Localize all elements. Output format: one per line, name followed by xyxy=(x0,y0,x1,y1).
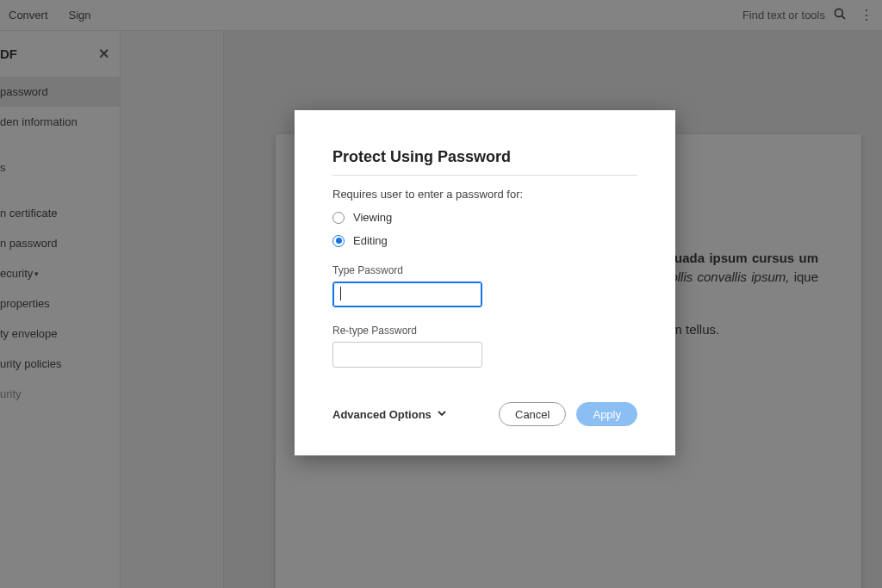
chevron-down-icon xyxy=(437,408,447,421)
radio-editing[interactable]: Editing xyxy=(332,234,637,247)
type-password-input[interactable] xyxy=(332,282,482,307)
modal-subtitle: Requires user to enter a password for: xyxy=(332,188,637,201)
app-root: Convert Sign Find text or tools ⋮ DF ✕ p… xyxy=(0,0,882,588)
text-caret xyxy=(340,287,341,300)
radio-icon xyxy=(332,235,345,247)
type-password-label: Type Password xyxy=(332,264,637,276)
modal-title: Protect Using Password xyxy=(332,148,637,176)
retype-password-input[interactable] xyxy=(332,342,482,368)
radio-icon xyxy=(332,212,345,224)
radio-viewing[interactable]: Viewing xyxy=(332,211,637,224)
radio-editing-label: Editing xyxy=(353,234,388,247)
cancel-button[interactable]: Cancel xyxy=(499,402,566,426)
radio-viewing-label: Viewing xyxy=(353,211,392,224)
retype-password-label: Re-type Password xyxy=(332,325,637,337)
password-modal: Protect Using Password Requires user to … xyxy=(295,110,675,455)
apply-button[interactable]: Apply xyxy=(576,402,637,426)
advanced-options[interactable]: Advanced Options xyxy=(332,408,447,421)
advanced-options-label: Advanced Options xyxy=(332,408,432,421)
